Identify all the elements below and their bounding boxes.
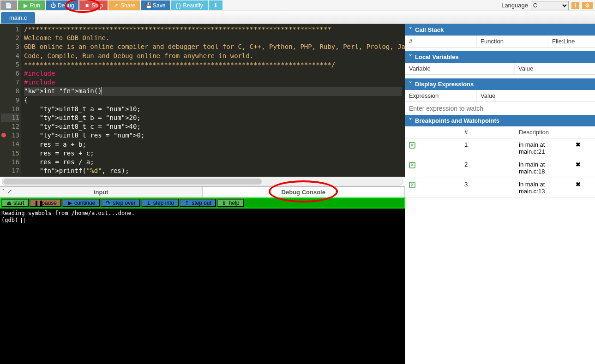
delete-breakpoint-button[interactable]: ✖ [572,178,595,198]
debug-button[interactable]: ⏻Debug [46,0,78,10]
settings-button[interactable]: ⚙ [582,2,593,9]
tab-debug-console[interactable]: Debug Console [203,187,405,197]
code-area[interactable]: /***************************************… [21,24,405,177]
stop-label: Stop [91,2,103,9]
console-line: Reading symbols from /home/a.out...done. [1,210,135,216]
beautify-label: Beautify [183,2,203,9]
col-function: Function [477,36,548,47]
step-into-icon: ⤓ [146,200,151,206]
file-icon: 📄 [5,2,11,9]
bottom-tabs: ˅ ⤢ input Debug Console [0,186,405,197]
delete-breakpoint-button[interactable]: ✖ [572,158,595,178]
share-button[interactable]: ↗Share [108,0,140,10]
cursor [21,218,24,223]
display-expr-header[interactable]: ˅Display Expressions [405,78,595,90]
breakpoints-table: # Description ×1in main at main.c:21✖×2i… [405,126,595,198]
save-button[interactable]: 💾Save [141,0,170,10]
share-label: Share [120,2,135,9]
horizontal-scrollbar[interactable] [2,178,403,185]
tab-input[interactable]: input [0,187,203,197]
breakpoint-marker-icon[interactable]: × [409,182,415,188]
col-description: Description [515,126,572,138]
bp-description: in main at main.c:13 [515,178,572,198]
gutter: 1234567891011121314151617181920212223242… [0,24,21,177]
continue-button[interactable]: ▶continue [62,199,100,207]
debug-panels: ˅Call Stack # Function File:Line ˅Local … [405,24,595,364]
tab-main-c[interactable]: main.c [1,12,35,24]
bp-number: 1 [461,138,515,158]
bp-number: 3 [461,178,515,198]
chevron-down-icon: ˅ [409,54,412,60]
download-icon: ⬇ [213,2,218,9]
step-over-icon: ↷ [105,200,111,206]
run-label: Run [30,2,40,9]
file-tabs: main.c [0,11,595,24]
console-prompt: (gdb) [1,217,21,223]
col-value: Value [477,90,595,101]
call-stack-header[interactable]: ˅Call Stack [405,24,595,36]
gear-icon: ⚙ [585,2,590,9]
run-button[interactable]: ▶Run [18,0,45,10]
delete-breakpoint-button[interactable]: ✖ [572,138,595,158]
upload-icon: ⏏ [6,200,12,206]
play-icon: ▶ [67,200,72,206]
info-icon: ℹ [222,200,227,206]
bp-description: in main at main.c:18 [515,158,572,178]
scrollbar-thumb[interactable] [3,179,262,185]
start-button[interactable]: ⏏start [1,199,29,207]
info-icon: ℹ [574,2,577,9]
step-out-icon: ⤒ [184,200,190,206]
breakpoint-marker-icon[interactable]: × [409,142,415,149]
chevron-down-icon: ˅ [409,81,412,88]
expand-icon[interactable]: ⤢ [7,188,12,195]
braces-icon: { } [175,2,181,9]
col-number: # [461,126,515,138]
stop-button[interactable]: ■Stop [79,0,108,10]
save-icon: 💾 [145,2,151,9]
bp-description: in main at main.c:21 [515,138,572,158]
breakpoints-header[interactable]: ˅Breakpoints and Watchpoints [405,115,595,126]
help-button[interactable]: ℹhelp [217,199,244,207]
info-button[interactable]: ℹ [571,2,579,9]
breakpoint-marker-icon[interactable]: × [409,162,415,168]
col-number: # [405,36,477,47]
stop-icon: ■ [84,2,90,9]
pause-button[interactable]: ❚❚pause [30,199,61,207]
debug-label: Debug [58,2,74,9]
save-label: Save [153,2,165,9]
code-editor[interactable]: 1234567891011121314151617181920212223242… [0,24,405,177]
debug-console-label: Debug Console [282,189,325,196]
language-label: Language [501,2,528,9]
pause-icon: ❚❚ [34,200,40,206]
col-expression: Expression [405,90,477,101]
share-icon: ↗ [113,2,119,9]
bp-number: 2 [461,158,515,178]
main-toolbar: 📄 ▶Run ⏻Debug ■Stop ↗Share 💾Save { }Beau… [0,0,595,11]
step-over-button[interactable]: ↷step over [101,199,140,207]
table-row: ×1in main at main.c:21✖ [405,138,595,158]
col-variable: Variable [405,63,515,74]
local-variables-header[interactable]: ˅Local Variables [405,51,595,63]
debug-console[interactable]: Reading symbols from /home/a.out...done.… [0,209,405,364]
chevron-down-icon[interactable]: ˅ [2,188,5,195]
expression-input[interactable] [405,102,595,115]
debug-toolbar: ⏏start ❚❚pause ▶continue ↷step over ⤓ste… [0,197,405,209]
table-row: ×3in main at main.c:13✖ [405,178,595,198]
language-select[interactable]: C [531,1,569,10]
col-fileline: File:Line [548,36,595,47]
step-out-button[interactable]: ⤒step out [180,199,216,207]
power-icon: ⏻ [50,2,56,9]
new-file-button[interactable]: 📄 [0,0,17,10]
step-into-button[interactable]: ⤓step into [141,199,179,207]
play-icon: ▶ [23,2,28,9]
col-value: Value [515,63,595,74]
beautify-button[interactable]: { }Beautify [171,0,207,10]
table-row: ×2in main at main.c:18✖ [405,158,595,178]
download-button[interactable]: ⬇ [209,0,222,10]
chevron-down-icon: ˅ [409,117,412,124]
chevron-down-icon: ˅ [409,26,412,33]
